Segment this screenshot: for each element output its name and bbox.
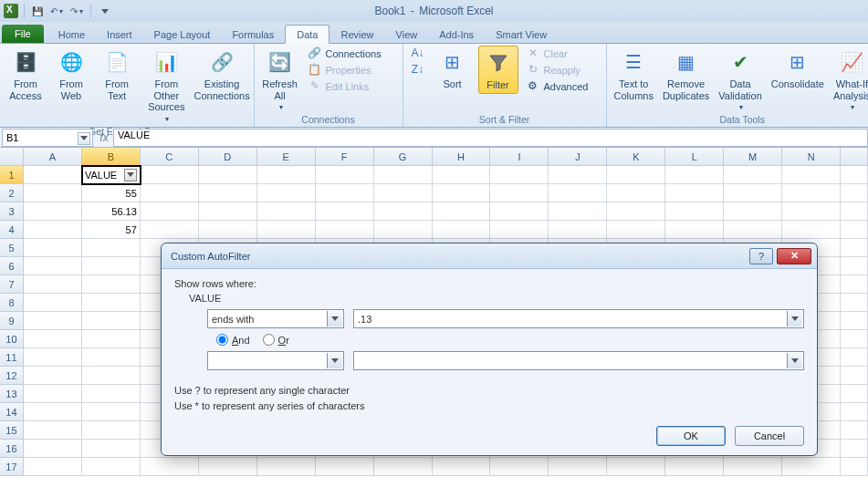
cell[interactable]: 55	[82, 184, 141, 202]
cell[interactable]	[490, 458, 549, 476]
column-header[interactable]: H	[433, 148, 491, 166]
row-header[interactable]: 10	[0, 330, 24, 348]
cell[interactable]	[841, 348, 868, 367]
cell[interactable]	[549, 166, 607, 184]
column-header[interactable]: N	[782, 148, 841, 166]
cell[interactable]	[24, 166, 82, 184]
cell[interactable]	[24, 275, 82, 294]
whatif-button[interactable]: 📈What-If Analysis▾	[831, 46, 868, 113]
name-box-dropdown[interactable]	[78, 132, 90, 145]
row-header[interactable]: 3	[0, 202, 24, 221]
cell[interactable]	[316, 166, 374, 184]
select-all-corner[interactable]	[0, 148, 24, 166]
cell[interactable]	[316, 458, 374, 476]
cell[interactable]	[257, 221, 316, 239]
column-header[interactable]: E	[257, 148, 316, 166]
cell[interactable]	[82, 275, 141, 294]
cell[interactable]	[607, 202, 665, 221]
filter-button[interactable]: Filter	[478, 46, 518, 94]
cell[interactable]	[24, 184, 82, 202]
cell[interactable]	[257, 458, 316, 476]
sort-asc-button[interactable]: A↓	[409, 46, 427, 62]
cell[interactable]	[82, 421, 141, 440]
data-validation-button[interactable]: ✔Data Validation▾	[716, 46, 764, 113]
cell[interactable]	[316, 202, 374, 221]
tab-formulas[interactable]: Formulas	[221, 26, 285, 43]
cell[interactable]	[841, 275, 868, 294]
cell[interactable]	[841, 294, 868, 312]
cell[interactable]	[782, 166, 841, 184]
clear-button[interactable]: ✕Clear	[524, 46, 601, 62]
qat-customize-button[interactable]	[97, 3, 113, 19]
consolidate-button[interactable]: ⊞Consolidate	[769, 46, 826, 92]
cell[interactable]	[24, 294, 82, 312]
cell[interactable]	[841, 440, 868, 458]
row-header[interactable]: 13	[0, 385, 24, 403]
cell[interactable]	[141, 166, 199, 184]
cell[interactable]	[82, 385, 141, 403]
cell[interactable]	[24, 257, 82, 275]
cell[interactable]	[24, 367, 82, 385]
cell[interactable]	[24, 421, 82, 440]
tab-file[interactable]: File	[2, 25, 44, 43]
column-header[interactable]: I	[490, 148, 549, 166]
cell[interactable]	[199, 184, 257, 202]
cell[interactable]	[82, 257, 141, 275]
advanced-button[interactable]: ⚙Advanced	[524, 78, 601, 95]
row-header[interactable]: 16	[0, 440, 24, 458]
cell[interactable]	[841, 403, 868, 421]
cell[interactable]	[841, 312, 868, 330]
tab-page-layout[interactable]: Page Layout	[143, 26, 222, 43]
cell[interactable]	[490, 184, 549, 202]
cell[interactable]	[841, 385, 868, 403]
connections-button[interactable]: 🔗Connections	[306, 46, 397, 62]
fx-icon[interactable]: fx	[95, 131, 113, 144]
cell[interactable]	[82, 330, 141, 348]
cell[interactable]	[665, 458, 724, 476]
cell[interactable]	[433, 202, 491, 221]
cell[interactable]	[24, 221, 82, 239]
cell[interactable]	[24, 330, 82, 348]
cell[interactable]: 57	[82, 221, 141, 239]
cell[interactable]	[549, 221, 607, 239]
properties-button[interactable]: 📋Properties	[306, 62, 397, 78]
row-header[interactable]: 5	[0, 239, 24, 257]
cell[interactable]	[24, 348, 82, 367]
cell[interactable]	[141, 221, 199, 239]
cell[interactable]	[841, 421, 868, 440]
cell[interactable]	[490, 221, 549, 239]
sort-desc-button[interactable]: Z↓	[409, 62, 427, 78]
from-access-button[interactable]: 🗄️From Access	[5, 46, 46, 103]
save-button[interactable]: 💾	[30, 4, 45, 18]
column-header[interactable]: C	[141, 148, 199, 166]
from-other-button[interactable]: 📊From Other Sources▾	[142, 46, 191, 125]
cell[interactable]	[607, 458, 665, 476]
remove-duplicates-button[interactable]: ▦Remove Duplicates	[661, 46, 711, 103]
cell[interactable]	[374, 221, 433, 239]
tab-data[interactable]: Data	[285, 25, 329, 44]
cell[interactable]	[549, 184, 607, 202]
column-header[interactable]	[841, 148, 868, 166]
cell[interactable]	[374, 184, 433, 202]
cell[interactable]	[433, 221, 491, 239]
cell[interactable]	[374, 166, 433, 184]
row-header[interactable]: 2	[0, 184, 24, 202]
undo-button[interactable]: ↶▾	[48, 3, 65, 19]
row-header[interactable]: 12	[0, 367, 24, 385]
column-header[interactable]: F	[316, 148, 374, 166]
edit-links-button[interactable]: ✎Edit Links	[306, 78, 397, 95]
cell[interactable]	[607, 184, 665, 202]
sort-button[interactable]: ⊞Sort	[433, 46, 473, 92]
cell[interactable]	[665, 184, 724, 202]
cell[interactable]	[724, 221, 782, 239]
cell[interactable]: 56.13	[82, 202, 141, 221]
cell[interactable]	[316, 221, 374, 239]
cell[interactable]	[490, 202, 549, 221]
tab-smartview[interactable]: Smart View	[485, 26, 558, 43]
value2-input[interactable]	[353, 351, 804, 370]
cell[interactable]	[841, 257, 868, 275]
help-button[interactable]: ?	[749, 248, 773, 264]
formula-input[interactable]: VALUE	[113, 129, 868, 147]
column-header[interactable]: K	[607, 148, 665, 166]
row-header[interactable]: 11	[0, 348, 24, 367]
